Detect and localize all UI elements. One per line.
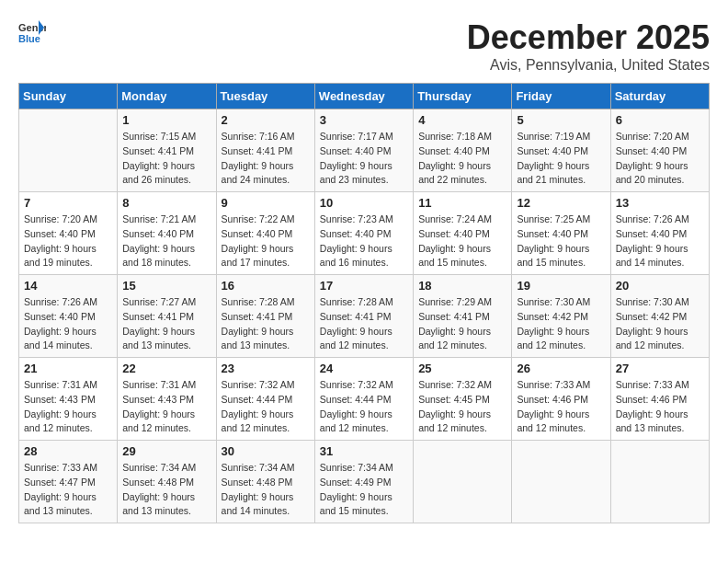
calendar-day-cell: 21Sunrise: 7:31 AMSunset: 4:43 PMDayligh… [19,358,118,441]
day-number: 27 [616,362,704,375]
calendar-day-cell: 4Sunrise: 7:18 AMSunset: 4:40 PMDaylight… [414,109,512,192]
title-area: December 2025 Avis, Pennsylvania, United… [467,18,710,74]
day-info: Sunrise: 7:31 AMSunset: 4:43 PMDaylight:… [122,378,210,436]
day-number: 15 [122,279,210,293]
svg-text:Blue: Blue [18,33,40,44]
day-number: 23 [222,362,310,375]
day-info: Sunrise: 7:18 AMSunset: 4:40 PMDaylight:… [418,130,506,188]
day-number: 6 [616,113,704,127]
calendar-day-cell [414,441,512,523]
day-number: 22 [122,362,210,375]
day-info: Sunrise: 7:19 AMSunset: 4:40 PMDaylight:… [517,130,605,188]
day-info: Sunrise: 7:20 AMSunset: 4:40 PMDaylight:… [24,213,112,270]
calendar-week-row: 14Sunrise: 7:26 AMSunset: 4:40 PMDayligh… [19,275,710,358]
day-number: 30 [222,444,310,458]
calendar-week-row: 28Sunrise: 7:33 AMSunset: 4:47 PMDayligh… [19,441,710,523]
calendar-day-cell: 9Sunrise: 7:22 AMSunset: 4:40 PMDaylight… [216,192,314,275]
day-info: Sunrise: 7:31 AMSunset: 4:43 PMDaylight:… [24,378,112,436]
day-info: Sunrise: 7:28 AMSunset: 4:41 PMDaylight:… [320,295,408,353]
day-info: Sunrise: 7:30 AMSunset: 4:42 PMDaylight:… [517,295,605,353]
calendar-day-cell: 26Sunrise: 7:33 AMSunset: 4:46 PMDayligh… [512,358,610,441]
day-info: Sunrise: 7:34 AMSunset: 4:48 PMDaylight:… [122,461,210,519]
day-info: Sunrise: 7:33 AMSunset: 4:46 PMDaylight:… [517,378,605,436]
day-info: Sunrise: 7:24 AMSunset: 4:40 PMDaylight:… [418,213,506,270]
calendar-day-cell [19,109,118,192]
day-info: Sunrise: 7:21 AMSunset: 4:40 PMDaylight:… [122,213,210,270]
weekday-header-thursday: Thursday [414,84,512,109]
calendar-day-cell: 23Sunrise: 7:32 AMSunset: 4:44 PMDayligh… [216,358,314,441]
day-info: Sunrise: 7:25 AMSunset: 4:40 PMDaylight:… [517,213,605,270]
calendar-day-cell: 13Sunrise: 7:26 AMSunset: 4:40 PMDayligh… [610,192,709,275]
calendar-day-cell: 8Sunrise: 7:21 AMSunset: 4:40 PMDaylight… [118,192,216,275]
calendar-day-cell: 19Sunrise: 7:30 AMSunset: 4:42 PMDayligh… [512,275,610,358]
calendar-day-cell: 14Sunrise: 7:26 AMSunset: 4:40 PMDayligh… [19,275,118,358]
day-number: 13 [616,196,704,210]
logo-icon: General Blue [18,18,46,46]
weekday-header-friday: Friday [512,84,610,109]
day-number: 12 [517,196,605,210]
day-info: Sunrise: 7:34 AMSunset: 4:49 PMDaylight:… [320,461,408,519]
header: General Blue December 2025 Avis, Pennsyl… [18,18,710,74]
day-info: Sunrise: 7:16 AMSunset: 4:41 PMDaylight:… [222,130,310,188]
day-number: 25 [418,362,506,375]
calendar-week-row: 21Sunrise: 7:31 AMSunset: 4:43 PMDayligh… [19,358,710,441]
day-number: 7 [24,196,112,210]
day-info: Sunrise: 7:32 AMSunset: 4:44 PMDaylight:… [320,378,408,436]
day-number: 3 [320,113,408,127]
day-number: 21 [24,362,112,375]
weekday-header-tuesday: Tuesday [216,84,314,109]
day-number: 24 [320,362,408,375]
day-number: 28 [24,444,112,458]
calendar-week-row: 1Sunrise: 7:15 AMSunset: 4:41 PMDaylight… [19,109,710,192]
calendar-day-cell: 7Sunrise: 7:20 AMSunset: 4:40 PMDaylight… [19,192,118,275]
day-number: 10 [320,196,408,210]
calendar-day-cell: 28Sunrise: 7:33 AMSunset: 4:47 PMDayligh… [19,441,118,523]
day-info: Sunrise: 7:32 AMSunset: 4:44 PMDaylight:… [222,378,310,436]
day-info: Sunrise: 7:32 AMSunset: 4:45 PMDaylight:… [418,378,506,436]
day-number: 29 [122,444,210,458]
day-info: Sunrise: 7:30 AMSunset: 4:42 PMDaylight:… [616,295,704,353]
calendar-day-cell: 5Sunrise: 7:19 AMSunset: 4:40 PMDaylight… [512,109,610,192]
day-info: Sunrise: 7:27 AMSunset: 4:41 PMDaylight:… [122,295,210,353]
day-number: 11 [418,196,506,210]
calendar-subtitle: Avis, Pennsylvania, United States [467,57,710,74]
weekday-header-sunday: Sunday [19,84,118,109]
calendar-day-cell: 6Sunrise: 7:20 AMSunset: 4:40 PMDaylight… [610,109,709,192]
day-info: Sunrise: 7:22 AMSunset: 4:40 PMDaylight:… [222,213,310,270]
calendar-day-cell: 3Sunrise: 7:17 AMSunset: 4:40 PMDaylight… [314,109,413,192]
calendar-day-cell: 15Sunrise: 7:27 AMSunset: 4:41 PMDayligh… [118,275,216,358]
calendar-day-cell [610,441,709,523]
weekday-header-monday: Monday [118,84,216,109]
day-number: 4 [418,113,506,127]
day-info: Sunrise: 7:26 AMSunset: 4:40 PMDaylight:… [616,213,704,270]
calendar-day-cell [512,441,610,523]
weekday-header-saturday: Saturday [610,84,709,109]
weekday-header-row: SundayMondayTuesdayWednesdayThursdayFrid… [19,84,710,109]
calendar-table: SundayMondayTuesdayWednesdayThursdayFrid… [18,83,710,523]
day-number: 8 [122,196,210,210]
day-info: Sunrise: 7:33 AMSunset: 4:47 PMDaylight:… [24,461,112,519]
calendar-day-cell: 1Sunrise: 7:15 AMSunset: 4:41 PMDaylight… [118,109,216,192]
day-info: Sunrise: 7:34 AMSunset: 4:48 PMDaylight:… [222,461,310,519]
day-info: Sunrise: 7:29 AMSunset: 4:41 PMDaylight:… [418,295,506,353]
day-number: 9 [222,196,310,210]
day-number: 16 [222,279,310,293]
day-number: 1 [122,113,210,127]
day-number: 18 [418,279,506,293]
calendar-day-cell: 18Sunrise: 7:29 AMSunset: 4:41 PMDayligh… [414,275,512,358]
calendar-day-cell: 16Sunrise: 7:28 AMSunset: 4:41 PMDayligh… [216,275,314,358]
calendar-week-row: 7Sunrise: 7:20 AMSunset: 4:40 PMDaylight… [19,192,710,275]
calendar-day-cell: 25Sunrise: 7:32 AMSunset: 4:45 PMDayligh… [414,358,512,441]
day-number: 17 [320,279,408,293]
day-number: 31 [320,444,408,458]
day-info: Sunrise: 7:17 AMSunset: 4:40 PMDaylight:… [320,130,408,188]
day-number: 2 [222,113,310,127]
day-number: 14 [24,279,112,293]
day-info: Sunrise: 7:33 AMSunset: 4:46 PMDaylight:… [616,378,704,436]
day-info: Sunrise: 7:26 AMSunset: 4:40 PMDaylight:… [24,295,112,353]
calendar-title: December 2025 [467,18,710,57]
calendar-day-cell: 29Sunrise: 7:34 AMSunset: 4:48 PMDayligh… [118,441,216,523]
calendar-day-cell: 31Sunrise: 7:34 AMSunset: 4:49 PMDayligh… [314,441,413,523]
calendar-day-cell: 11Sunrise: 7:24 AMSunset: 4:40 PMDayligh… [414,192,512,275]
calendar-day-cell: 10Sunrise: 7:23 AMSunset: 4:40 PMDayligh… [314,192,413,275]
